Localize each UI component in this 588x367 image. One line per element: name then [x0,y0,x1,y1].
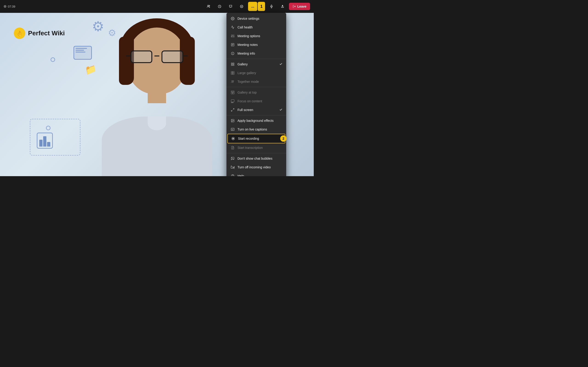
menu-item-no-chat-bubbles[interactable]: Don't show chat bubbles [226,154,286,163]
together-icon [231,80,235,84]
menu-item-label-device-settings: Device settings [237,17,259,20]
top-bar: 07:39 [0,0,314,13]
svg-point-3 [240,5,243,8]
record-icon [231,136,235,141]
logo-text: Perfect Wiki [28,30,65,37]
menu-item-label-focus-on-content: Focus on content [237,99,262,103]
menu-item-label-gallery-at-top: Gallery at top [237,91,257,94]
menu-item-label-meeting-options: Meeting options [237,34,260,38]
chart-illustration [37,133,53,149]
menu-item-apply-background[interactable]: Apply background effects [226,116,286,125]
svg-rect-28 [233,63,234,64]
menu-item-full-screen[interactable]: Full screen [226,106,286,114]
more-options-button[interactable]: ... [248,2,257,11]
timer-dot [4,5,6,8]
svg-rect-41 [231,102,232,103]
transcription-icon [231,146,235,150]
svg-line-44 [233,108,234,110]
info-icon [231,51,235,56]
clock-icon [218,5,221,8]
perfect-wiki-logo: 👌 Perfect Wiki [14,27,65,39]
top-bar-left: 07:39 [4,5,15,8]
svg-point-4 [241,6,242,6]
svg-marker-58 [233,167,234,168]
menu-item-label-gallery: Gallery [237,62,248,66]
menu-item-start-recording[interactable]: Start recording2 [227,134,285,143]
svg-rect-39 [233,92,234,94]
menu-item-focus-on-content: Focus on content [226,97,286,106]
svg-rect-40 [231,100,234,102]
svg-rect-31 [231,71,233,73]
svg-point-0 [208,5,209,6]
svg-rect-29 [231,65,233,66]
reactions-icon [240,5,243,8]
menu-item-meeting-notes[interactable]: Meeting notes [226,40,286,49]
menu-item-gallery[interactable]: Gallery [226,60,286,69]
gear-illustration-1: ⚙ [92,18,104,34]
menu-item-label-large-gallery: Large gallery [237,71,256,75]
svg-rect-32 [233,71,234,73]
leave-button[interactable]: Leave [289,3,310,10]
chat-illustration [73,46,92,60]
svg-point-47 [232,120,233,120]
svg-point-1 [209,5,210,6]
check-icon [279,108,283,112]
participants-icon [207,5,210,8]
svg-rect-6 [271,5,272,6]
menu-item-large-gallery: Large gallery [226,69,286,77]
share-icon [281,5,284,8]
menu-item-label-start-recording: Start recording [238,137,259,140]
microphone-button[interactable] [267,2,276,11]
waveform-icon [231,25,235,29]
focus-icon [231,99,235,103]
menu-item-label-live-captions: Turn on live captions [237,127,267,131]
menu-item-label-start-transcription: Start transcription [237,146,263,150]
menu-item-help[interactable]: Help [226,172,286,176]
timer-button[interactable] [215,2,224,11]
captions-icon [231,127,235,131]
help-icon [231,174,235,176]
step-badge: 2 [280,135,287,142]
separator-separator1 [226,59,286,59]
participants-button[interactable] [204,2,213,11]
svg-point-35 [232,81,233,81]
menu-item-meeting-options[interactable]: Meeting options [226,32,286,40]
svg-rect-43 [233,102,233,103]
menu-item-device-settings[interactable]: Device settings [226,14,286,23]
menu-item-gallery-at-top: Gallery at top [226,88,286,97]
svg-point-53 [233,138,233,139]
reactions-button[interactable] [237,2,246,11]
svg-rect-38 [231,92,233,94]
check-icon [279,62,283,66]
meeting-timer: 07:39 [4,5,15,8]
menu-item-label-apply-background: Apply background effects [237,119,274,123]
grid-top-icon [231,90,235,94]
notes-icon [231,43,235,47]
svg-point-10 [232,18,233,19]
menu-item-together-mode: Together mode [226,77,286,86]
svg-rect-42 [232,102,233,103]
leave-label: Leave [297,5,306,8]
menu-item-turn-off-video[interactable]: Turn off incoming video [226,163,286,172]
menu-item-label-help: Help [237,174,244,176]
menu-item-label-turn-off-video: Turn off incoming video [237,165,271,169]
svg-rect-33 [231,73,233,75]
menu-item-call-health[interactable]: Call health [226,23,286,32]
svg-rect-48 [231,128,234,131]
chat-button[interactable] [226,2,235,11]
menu-item-start-transcription: Start transcription [226,143,286,152]
more-options-dots: ... [251,4,254,8]
top-bar-right: ... 1 Leav [204,2,310,11]
separator-separator3 [226,115,286,115]
chat-off-icon [231,156,235,161]
svg-rect-27 [231,63,233,64]
share-button[interactable] [278,2,287,11]
menu-item-live-captions[interactable]: Turn on live captions [226,125,286,134]
menu-item-meeting-info[interactable]: Meeting info [226,49,286,58]
svg-point-5 [242,6,242,6]
menu-item-label-no-chat-bubbles: Don't show chat bubbles [237,157,272,160]
menu-item-label-call-health: Call health [237,25,253,29]
separator-separator2 [226,87,286,87]
timer-text: 07:39 [8,5,15,8]
chat-icon [229,5,233,8]
